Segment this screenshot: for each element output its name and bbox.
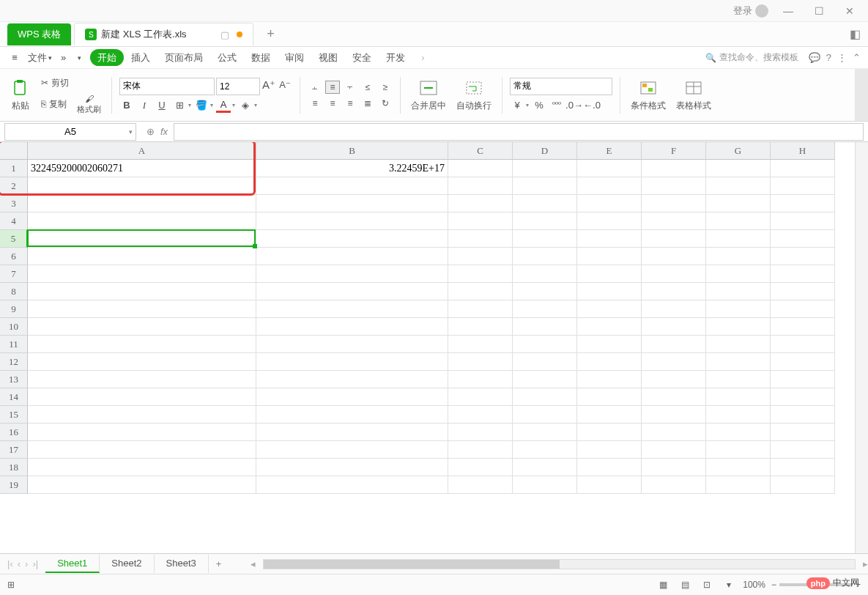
merge-cells-button[interactable]: 合并居中 — [408, 78, 449, 112]
cell-H3[interactable] — [771, 195, 835, 212]
cut-button[interactable]: ✂ 剪切 — [38, 75, 104, 91]
row-header-6[interactable]: 6 — [0, 248, 28, 265]
cell-D12[interactable] — [513, 353, 577, 371]
cell-D19[interactable] — [513, 476, 577, 494]
app-tab-wps[interactable]: WPS 表格 — [7, 23, 71, 45]
cell-H19[interactable] — [771, 476, 835, 494]
cell-H16[interactable] — [771, 424, 835, 441]
command-search[interactable]: 🔍 查找命令、搜索模板 — [701, 50, 803, 65]
copy-button[interactable]: ⎘ 复制 — [38, 94, 70, 115]
cell-A15[interactable] — [28, 406, 256, 424]
align-top-icon[interactable]: ⫠ — [308, 81, 322, 94]
cell-C6[interactable] — [448, 248, 513, 265]
file-tab[interactable]: S 新建 XLS 工作表.xls ▢ — [74, 23, 253, 45]
cell-A8[interactable] — [28, 283, 256, 300]
row-header-5[interactable]: 5 — [0, 230, 28, 248]
cell-C14[interactable] — [448, 388, 513, 406]
cell-B7[interactable] — [256, 265, 448, 283]
ribbon-tab-7[interactable]: 安全 — [345, 49, 379, 66]
cell-C8[interactable] — [448, 283, 513, 300]
row-header-12[interactable]: 12 — [0, 353, 28, 371]
align-left-icon[interactable]: ≡ — [308, 97, 322, 110]
cell-D6[interactable] — [513, 248, 577, 265]
cell-B5[interactable] — [256, 230, 448, 248]
login-button[interactable]: 登录 — [733, 4, 768, 18]
font-color-icon[interactable]: A — [216, 98, 231, 113]
cell-E6[interactable] — [577, 248, 642, 265]
cell-F11[interactable] — [642, 336, 706, 353]
zoom-value[interactable]: 100% — [743, 580, 765, 590]
view-page-icon[interactable]: ▤ — [677, 577, 693, 592]
cell-E7[interactable] — [577, 265, 642, 283]
trace-icon[interactable]: ⊕ — [146, 126, 155, 137]
cell-B2[interactable] — [256, 177, 448, 195]
cell-D18[interactable] — [513, 459, 577, 476]
row-header-14[interactable]: 14 — [0, 388, 28, 406]
cell-D7[interactable] — [513, 265, 577, 283]
italic-icon[interactable]: I — [137, 98, 152, 113]
cell-F12[interactable] — [642, 353, 706, 371]
cell-B16[interactable] — [256, 424, 448, 441]
cell-F2[interactable] — [642, 177, 706, 195]
table-style-button[interactable]: 表格样式 — [673, 78, 714, 112]
ribbon-tab-5[interactable]: 审阅 — [278, 49, 311, 66]
cell-G14[interactable] — [706, 388, 771, 406]
cell-B10[interactable] — [256, 318, 448, 336]
row-header-16[interactable]: 16 — [0, 424, 28, 441]
cell-F16[interactable] — [642, 424, 706, 441]
cell-C19[interactable] — [448, 476, 513, 494]
col-header-E[interactable]: E — [577, 142, 642, 160]
name-box[interactable]: A5 ▾ — [4, 123, 136, 141]
cell-A16[interactable] — [28, 424, 256, 441]
select-all-corner[interactable] — [0, 142, 28, 160]
cell-C17[interactable] — [448, 441, 513, 459]
cell-E18[interactable] — [577, 459, 642, 476]
formula-input[interactable] — [174, 123, 864, 141]
new-tab-button[interactable]: + — [262, 26, 280, 43]
view-normal-icon[interactable]: ▦ — [655, 577, 671, 592]
cell-G3[interactable] — [706, 195, 771, 212]
ribbon-tab-3[interactable]: 公式 — [210, 49, 244, 66]
cell-E10[interactable] — [577, 318, 642, 336]
cell-F7[interactable] — [642, 265, 706, 283]
currency-icon[interactable]: ¥ — [510, 98, 524, 113]
menu-icon[interactable]: ≡ — [7, 52, 22, 63]
cell-F8[interactable] — [642, 283, 706, 300]
cell-F14[interactable] — [642, 388, 706, 406]
cell-E17[interactable] — [577, 441, 642, 459]
chat-icon[interactable]: 💬 — [809, 52, 820, 63]
cell-B9[interactable] — [256, 300, 448, 318]
cell-G15[interactable] — [706, 406, 771, 424]
cell-D15[interactable] — [513, 406, 577, 424]
cell-B15[interactable] — [256, 406, 448, 424]
cell-G8[interactable] — [706, 283, 771, 300]
row-header-7[interactable]: 7 — [0, 265, 28, 283]
cell-H8[interactable] — [771, 283, 835, 300]
cell-C16[interactable] — [448, 424, 513, 441]
underline-icon[interactable]: U — [155, 98, 169, 113]
collapse-ribbon-icon[interactable]: ⌃ — [853, 52, 861, 63]
more-icon[interactable]: ⋮ — [837, 52, 847, 63]
cell-E12[interactable] — [577, 353, 642, 371]
help-icon[interactable]: ? — [826, 52, 831, 63]
file-menu[interactable]: 文件 ▾ — [28, 51, 52, 64]
cell-C13[interactable] — [448, 371, 513, 388]
cell-E8[interactable] — [577, 283, 642, 300]
align-middle-icon[interactable]: ≡ — [325, 81, 340, 94]
cell-D3[interactable] — [513, 195, 577, 212]
fill-color-icon[interactable]: 🪣 — [194, 98, 209, 113]
cell-H2[interactable] — [771, 177, 835, 195]
cell-D5[interactable] — [513, 230, 577, 248]
cell-G11[interactable] — [706, 336, 771, 353]
number-format-select[interactable] — [510, 78, 612, 95]
cell-F1[interactable] — [642, 160, 706, 177]
cell-F13[interactable] — [642, 371, 706, 388]
cell-C3[interactable] — [448, 195, 513, 212]
cell-D2[interactable] — [513, 177, 577, 195]
cell-H11[interactable] — [771, 336, 835, 353]
cell-F19[interactable] — [642, 476, 706, 494]
cell-G19[interactable] — [706, 476, 771, 494]
ribbon-tab-6[interactable]: 视图 — [311, 49, 345, 66]
sheet-prev-icon[interactable]: ‹ — [18, 558, 21, 569]
format-painter-button[interactable]: 🖌 格式刷 — [74, 94, 104, 115]
